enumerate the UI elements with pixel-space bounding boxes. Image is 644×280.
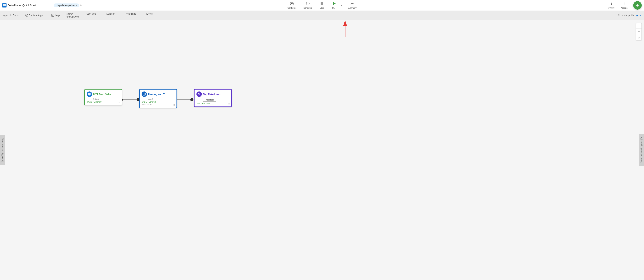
actions-button[interactable]: Actions	[618, 1, 630, 10]
zoom-in-button[interactable]: +	[636, 23, 642, 29]
transform-node-version: 3.2.3	[148, 98, 174, 100]
source-node-icon	[87, 91, 92, 97]
configure-icon	[290, 2, 294, 6]
source-node-menu[interactable]: ≡	[118, 101, 120, 104]
start-time-value: –	[86, 15, 88, 18]
sink-node: Top Rated Inex... Properties In 0 / Erro…	[194, 89, 232, 107]
start-time-label: Start time	[86, 13, 98, 15]
runtime-args-button[interactable]: M Runtime Args	[23, 14, 45, 17]
app-title: DataFusionQuickStart	[8, 4, 36, 7]
zoom-controls: + − ⤢	[636, 23, 642, 40]
compute-profile-dash: –	[640, 14, 641, 17]
sink-node-header: Top Rated Inex...	[196, 91, 230, 97]
run-dropdown-button[interactable]	[340, 4, 344, 7]
transform-node: Parsing and Tr... 3.2.3 Out 0 / Errors 0…	[139, 89, 177, 108]
svg-marker-21	[192, 99, 194, 101]
pipeline-canvas: NYT Best Selle... 0.11.3 Out 0 / Errors …	[0, 20, 644, 280]
svg-rect-1	[3, 5, 6, 6]
zoom-out-button[interactable]: −	[636, 29, 642, 34]
svg-point-10	[624, 5, 624, 5]
run-button[interactable]: Run	[329, 1, 340, 10]
errors-label: Errors	[146, 13, 158, 15]
inbound-triggers-button[interactable]: Show inbound triggers (0)	[0, 135, 5, 165]
schedule-icon	[306, 2, 310, 6]
svg-point-9	[624, 3, 624, 4]
duration-section: Duration –	[106, 13, 122, 18]
alert-label: Alert	[142, 103, 146, 106]
transform-node-alerts: Alert Error	[142, 103, 174, 106]
logs-button[interactable]: Logs	[49, 14, 62, 17]
actions-icon	[622, 2, 626, 6]
status-dot	[66, 16, 68, 18]
stop-icon	[320, 2, 324, 6]
sink-node-icon	[196, 91, 202, 97]
prev-run-button[interactable]: ◀	[3, 14, 5, 17]
source-node-title: NYT Best Selle...	[93, 93, 113, 96]
brand-logo	[2, 3, 6, 8]
duration-label: Duration	[106, 13, 118, 15]
svg-point-28	[199, 94, 200, 95]
compute-profile-label: Compute profile	[618, 14, 634, 17]
source-node: NYT Best Selle... 0.11.3 Out 0 / Errors …	[84, 89, 122, 105]
logs-label: Logs	[55, 14, 60, 17]
actions-label: Actions	[620, 7, 628, 9]
no-runs-section: ◀ ▶ No Runs	[3, 14, 18, 17]
connections-svg	[0, 20, 644, 280]
info-icon[interactable]: ℹ	[38, 4, 38, 7]
toolbar-right: ℹ Details Actions	[605, 1, 630, 10]
source-node-stats: Out 0 / Errors 0	[87, 101, 120, 103]
stop-button[interactable]: Stop	[316, 1, 327, 10]
status-value-container: Deployed	[66, 15, 79, 18]
svg-rect-0	[3, 5, 6, 5]
svg-point-4	[292, 3, 292, 4]
transform-node-title: Parsing and Tr...	[148, 93, 167, 96]
tab-bar: cdap-data-pipeline ✕ +	[54, 4, 82, 7]
svg-marker-7	[333, 2, 336, 5]
no-runs-label: No Runs	[9, 14, 18, 17]
transform-node-header: Parsing and Tr...	[142, 91, 174, 97]
add-tab-button[interactable]: +	[80, 4, 82, 7]
run-arrow-indicator	[341, 20, 349, 38]
configure-label: Configure	[287, 7, 296, 9]
inbound-triggers-label: Show inbound triggers (0)	[2, 138, 4, 162]
svg-text:M: M	[26, 15, 28, 17]
source-node-version: 0.11.3	[93, 98, 120, 100]
svg-point-8	[624, 2, 624, 3]
summary-button[interactable]: Summary	[345, 1, 359, 10]
status-value: Deployed	[69, 15, 79, 18]
outbound-triggers-label: Show outbound triggers (0)	[640, 137, 642, 163]
duration-value: –	[106, 15, 108, 18]
tab-close-icon[interactable]: ✕	[76, 4, 77, 7]
svg-rect-2	[3, 6, 6, 6]
schedule-button[interactable]: Schedule	[301, 1, 315, 10]
details-icon: ℹ	[610, 2, 612, 6]
schedule-label: Schedule	[304, 7, 312, 9]
next-run-button[interactable]: ▶	[6, 14, 8, 17]
error-label: Error	[148, 103, 152, 106]
stop-label: Stop	[320, 7, 324, 9]
outbound-triggers-button[interactable]: Show outbound triggers (0)	[639, 134, 644, 166]
sink-node-menu[interactable]: ≡	[228, 102, 230, 105]
properties-button[interactable]: Properties	[203, 98, 216, 101]
sink-node-title: Top Rated Inex...	[203, 93, 223, 96]
warnings-value: –	[126, 15, 128, 18]
svg-rect-6	[321, 2, 323, 5]
errors-section: Errors –	[146, 13, 162, 18]
status-section: Status Deployed	[66, 13, 82, 18]
run-icon	[332, 1, 336, 7]
summary-label: Summary	[348, 7, 357, 9]
add-button[interactable]: +	[633, 1, 642, 10]
details-label: Details	[608, 7, 614, 9]
zoom-expand-button[interactable]: ⤢	[636, 35, 642, 40]
configure-button[interactable]: Configure	[285, 1, 299, 10]
warnings-label: Warnings	[126, 13, 138, 15]
transform-node-stats: Out 0 / Errors 0	[142, 101, 174, 103]
svg-point-23	[190, 98, 193, 101]
toolbar-center: Configure Schedule Stop Run	[285, 1, 359, 10]
pipeline-tab[interactable]: cdap-data-pipeline ✕	[54, 4, 79, 7]
cloud-icon: ☁	[635, 14, 638, 17]
source-node-header: NYT Best Selle...	[87, 91, 120, 97]
details-button[interactable]: ℹ Details	[605, 1, 617, 10]
transform-node-icon	[142, 91, 147, 97]
transform-node-menu[interactable]: ≡	[174, 103, 175, 106]
